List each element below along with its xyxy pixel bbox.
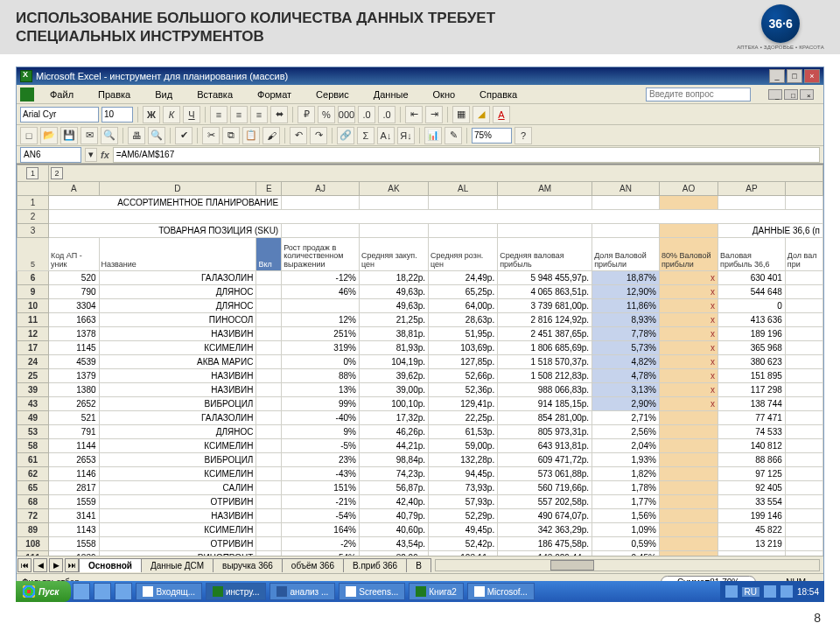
paste-button[interactable]: 📋 (242, 127, 260, 144)
taskbar-app-screens[interactable]: Screens... (339, 583, 405, 600)
fx-label[interactable]: fx (101, 150, 109, 160)
sheet-tab-vol[interactable]: объём 366 (282, 558, 344, 572)
table-row[interactable]: 53791ДЛЯНОС9%46,26р.61,53р.805 973,31р.2… (18, 425, 823, 439)
row-header[interactable]: 89 (18, 523, 49, 537)
table-row[interactable]: 681559ОТРИВИН-21%42,40р.57,93р.557 202,5… (18, 495, 823, 509)
fill-color-button[interactable]: ◢ (472, 106, 490, 123)
horizontal-scrollbar[interactable] (435, 559, 820, 571)
font-color-button[interactable]: A (493, 106, 510, 123)
font-size-select[interactable] (102, 107, 133, 122)
table-row[interactable]: 432652ВИБРОЦИЛ99%100,10р.129,41р.914 185… (18, 397, 823, 411)
open-button[interactable]: 📂 (40, 127, 58, 144)
outline-level-2[interactable]: 2 (51, 167, 63, 179)
sort-asc-button[interactable]: A↓ (377, 127, 395, 144)
new-button[interactable]: □ (20, 127, 38, 144)
bold-button[interactable]: Ж (143, 106, 160, 123)
sheet-tab-main[interactable]: Основной (79, 558, 142, 572)
comma-button[interactable]: 000 (338, 106, 355, 123)
decrease-decimal-button[interactable]: .0 (378, 106, 396, 123)
name-box[interactable] (20, 147, 81, 163)
row-header[interactable]: 12 (18, 327, 49, 341)
increase-decimal-button[interactable]: .0 (358, 106, 375, 123)
underline-button[interactable]: Ч (183, 106, 200, 123)
menu-format[interactable]: Формат (245, 88, 304, 102)
col-AJ[interactable]: AJ (282, 182, 360, 196)
table-row[interactable]: 621146КСИМЕЛИН-43%74,23р.94,45р.573 061,… (18, 467, 823, 481)
merge-button[interactable]: ⬌ (270, 106, 288, 123)
ask-question-input[interactable] (646, 88, 751, 102)
select-all-corner[interactable] (18, 182, 49, 196)
redo-button[interactable]: ↷ (310, 127, 327, 144)
table-row[interactable]: 1081558ОТРИВИН-2%43,54р.52,42р.186 475,5… (18, 537, 823, 551)
col-AO[interactable]: AO (659, 182, 718, 196)
currency-button[interactable]: ₽ (298, 106, 315, 123)
col-more[interactable] (785, 182, 822, 196)
align-right-button[interactable]: ≡ (250, 106, 268, 123)
cut-button[interactable]: ✂ (202, 127, 220, 144)
outline-level-1[interactable]: 1 (26, 167, 38, 179)
row-header[interactable]: 62 (18, 467, 49, 481)
row-header[interactable]: 9 (18, 285, 49, 299)
tab-nav-first[interactable]: ⏮ (18, 558, 32, 572)
row-header[interactable]: 111 (18, 551, 49, 556)
table-row[interactable]: 891143КСИМЕЛИН164%40,60р.49,45р.342 363,… (18, 523, 823, 537)
borders-button[interactable]: ▦ (452, 106, 470, 123)
menu-help[interactable]: Справка (467, 88, 529, 102)
table-row[interactable]: 723141НАЗИВИН-54%40,79р.52,29р.490 674,0… (18, 509, 823, 523)
copy-button[interactable]: ⧉ (222, 127, 240, 144)
menu-window[interactable]: Окно (421, 88, 468, 102)
doc-minimize-button[interactable]: _ (768, 89, 782, 100)
window-titlebar[interactable]: Microsoft Excel - инструмент для планиро… (17, 67, 823, 85)
taskbar-app-msoffice[interactable]: Microsof... (467, 583, 535, 600)
row-header[interactable]: 108 (18, 537, 49, 551)
quicklaunch-desktop-icon[interactable] (73, 583, 90, 600)
format-painter-button[interactable]: 🖌 (262, 127, 280, 144)
row-header[interactable]: 17 (18, 341, 49, 355)
drawing-button[interactable]: ✎ (444, 127, 462, 144)
menu-view[interactable]: Вид (143, 88, 185, 102)
menu-insert[interactable]: Вставка (185, 88, 245, 102)
language-indicator[interactable]: RU (742, 587, 760, 597)
row-header[interactable]: 65 (18, 481, 49, 495)
sheet-tab-more[interactable]: В (406, 558, 431, 572)
formula-input[interactable] (113, 147, 820, 163)
table-row[interactable]: 9790ДЛЯНОС46%49,63р.65,25р.4 065 863,51р… (18, 285, 823, 299)
menu-edit[interactable]: Правка (86, 88, 143, 102)
row-header[interactable]: 61 (18, 453, 49, 467)
table-row[interactable]: 391380НАЗИВИН13%39,00р.52,36р.988 066,83… (18, 383, 823, 397)
namebox-dropdown-icon[interactable]: ▾ (85, 148, 97, 162)
doc-restore-button[interactable]: □ (784, 89, 798, 100)
row-header[interactable]: 6 (18, 271, 49, 285)
table-row[interactable]: 111663ПИНОСОЛ12%21,25р.28,63р.2 816 124,… (18, 313, 823, 327)
table-row[interactable]: 103304ДЛЯНОС49,63р.64,00р.3 739 681,00р.… (18, 299, 823, 313)
taskbar-app-book2[interactable]: Книга2 (409, 583, 463, 600)
italic-button[interactable]: К (163, 106, 180, 123)
menu-data[interactable]: Данные (361, 88, 421, 102)
row-header[interactable]: 68 (18, 495, 49, 509)
align-left-button[interactable]: ≡ (210, 106, 228, 123)
row-header[interactable]: 58 (18, 439, 49, 453)
table-row[interactable]: 121378НАЗИВИН251%38,81р.51,95р.2 451 387… (18, 327, 823, 341)
col-A[interactable]: A (48, 182, 99, 196)
quicklaunch-mail-icon[interactable] (115, 583, 132, 600)
align-center-button[interactable]: ≡ (230, 106, 248, 123)
autosum-button[interactable]: Σ (357, 127, 374, 144)
maximize-button[interactable]: □ (787, 69, 802, 83)
col-AM[interactable]: AM (498, 182, 592, 196)
percent-button[interactable]: % (318, 106, 335, 123)
table-row[interactable]: 652817САЛИН151%56,87р.73,93р.560 719,66р… (18, 481, 823, 495)
increase-indent-button[interactable]: ⇥ (425, 106, 443, 123)
start-button[interactable]: Пуск (16, 581, 71, 602)
table-row[interactable]: 49521ГАЛАЗОЛИН-40%17,32р.22,25р.854 281,… (18, 411, 823, 425)
row-header[interactable]: 72 (18, 509, 49, 523)
minimize-button[interactable]: _ (769, 69, 785, 83)
table-row[interactable]: 1111839РИНОПРОНТ54%82,09р.103,11р.143 02… (18, 551, 823, 556)
tab-nav-last[interactable]: ⏭ (65, 558, 79, 572)
hyperlink-button[interactable]: 🔗 (337, 127, 354, 144)
row-header[interactable]: 39 (18, 383, 49, 397)
taskbar-app-word[interactable]: анализ ... (270, 583, 335, 600)
table-row[interactable]: 612653ВИБРОЦИЛ23%98,84р.132,28р.609 471,… (18, 453, 823, 467)
tray-volume-icon[interactable] (764, 585, 776, 598)
print-preview-button[interactable]: 🔍 (148, 127, 165, 144)
row-1[interactable]: 1 АССОРТИМЕНТНОЕ ПЛАНИРОВАНИЕ (18, 196, 823, 210)
